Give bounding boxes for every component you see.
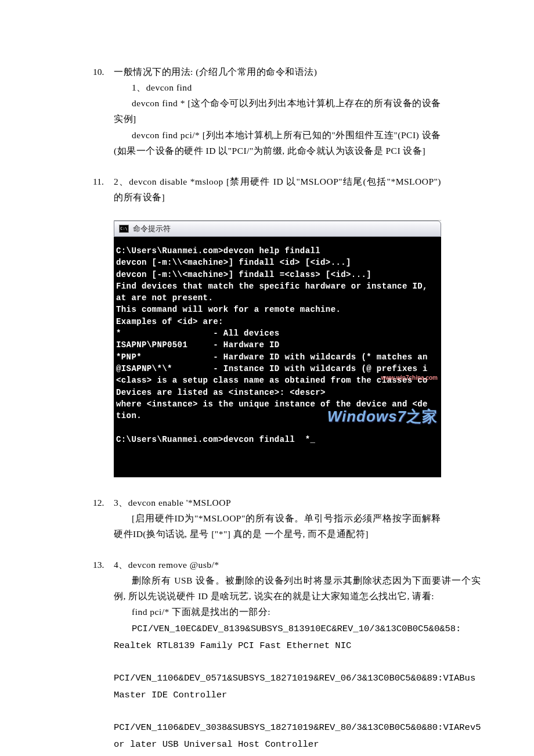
text-line: [启用硬件ID为"*MSLOOP"的所有设备。单引号指示必须严格按字面解释硬件I… [114,510,441,542]
item-body: 4、devcon remove @usb/* 删除所有 USB 设备。被删除的设… [114,557,481,753]
watermark-logo-zh: 之家 [406,408,438,425]
text-line: 一般情况下的用法: (介绍几个常用的命令和语法) [114,64,441,80]
text-line: PCI/VEN_10EC&DEV_8139&SUBSYS_813910EC&RE… [114,620,481,654]
terminal-line: ISAPNP\PNP0501 - Hardware ID [116,340,280,350]
terminal-line: Devices are listed as <instance>: <descr… [116,388,326,397]
text-line: find pci/* 下面就是找出的一部分: [114,604,481,620]
terminal-line: @ISAPNP\*\* - Instance ID with wildcards… [116,364,428,373]
terminal-titlebar: C:\ 命令提示符 [114,221,441,237]
list-item-12: 12. 3、devcon enable '*MSLOOP [启用硬件ID为"*M… [93,495,441,542]
item-body: 3、devcon enable '*MSLOOP [启用硬件ID为"*MSLOO… [114,495,441,542]
item-number: 11. [93,174,114,205]
terminal-line: where <instance> is the unique instance … [116,399,428,409]
terminal-line: Find devices that match the specific har… [116,282,428,291]
terminal-title: 命令提示符 [133,222,171,236]
terminal-line: This command will work for a remote mach… [116,305,341,314]
text-line: PCI/VEN_1106&DEV_0571&SUBSYS_18271019&RE… [114,654,481,703]
text-line: 3、devcon enable '*MSLOOP [114,495,441,510]
cmd-icon: C:\ [119,225,129,233]
terminal-line: <class> is a setup class name as obtaine… [116,376,428,385]
text-span-mono: PCI/VEN_1106&DEV_3038&SUBSYS_18271019&RE… [114,722,481,750]
watermark-logo: Windows7之家 [327,406,438,428]
text-line: 1、devcon find [114,80,441,95]
text-span: devcon find * [这个命令可以列出列出本地计算机上存在的所有设备的设… [114,98,441,124]
document-page: 10. 一般情况下的用法: (介绍几个常用的命令和语法) 1、devcon fi… [0,0,534,756]
list-item-10: 10. 一般情况下的用法: (介绍几个常用的命令和语法) 1、devcon fi… [93,64,441,159]
text-span: devcon find pci/* [列出本地计算机上所有已知的"外围组件互连"… [114,130,441,156]
terminal-line: C:\Users\Ruanmei.com>devcon help findall [116,246,320,255]
list-item-13: 13. 4、devcon remove @usb/* 删除所有 USB 设备。被… [93,557,441,753]
text-line: 删除所有 USB 设备。被删除的设备列出时将显示其删除状态因为下面要讲一个实例,… [114,573,481,604]
text-line: devcon find pci/* [列出本地计算机上所有已知的"外围组件互连"… [114,127,441,159]
text-line: 4、devcon remove @usb/* [114,557,481,573]
terminal-screenshot: C:\ 命令提示符 C:\Users\Ruanmei.com>devcon he… [114,220,441,477]
text-span: [启用硬件ID为"*MSLOOP"的所有设备。单引号指示必须严格按字面解释硬件I… [114,513,441,539]
item-body: 一般情况下的用法: (介绍几个常用的命令和语法) 1、devcon find d… [114,64,441,159]
watermark-logo-en: Windows7 [327,408,406,425]
terminal-line: * - All devices [116,329,280,338]
terminal-line: Examples of <id> are: [116,317,223,326]
item-number: 13. [93,557,114,753]
item-number: 10. [93,64,114,159]
text-line: PCI/VEN_1106&DEV_3038&SUBSYS_18271019&RE… [114,703,481,753]
terminal-line: tion. [116,411,142,420]
terminal-line: devcon [-m:\\<machine>] findall <id> [<i… [116,258,351,267]
terminal-line: at are not present. [116,293,213,303]
item-number: 12. [93,495,114,542]
list-item-11: 11. 2、devcon disable *msloop [禁用硬件 ID 以"… [93,174,441,205]
text-span: 删除所有 USB 设备。被删除的设备列出时将显示其删除状态因为下面要讲一个实例,… [114,575,481,601]
terminal-line: *PNP* - Hardware ID with wildcards (* ma… [116,352,428,362]
terminal-body: C:\Users\Ruanmei.com>devcon help findall… [114,237,441,477]
terminal-line: devcon [-m:\\<machine>] findall =<class>… [116,270,371,279]
text-span-mono: PCI/VEN_10EC&DEV_8139&SUBSYS_813910EC&RE… [114,624,461,651]
text-span-mono: PCI/VEN_1106&DEV_0571&SUBSYS_18271019&RE… [114,673,475,700]
terminal-line: C:\Users\Ruanmei.com>devcon findall *_ [116,435,315,444]
item-body: 2、devcon disable *msloop [禁用硬件 ID 以"MSLO… [114,174,441,205]
text-line: devcon find * [这个命令可以列出列出本地计算机上存在的所有设备的设… [114,95,441,127]
